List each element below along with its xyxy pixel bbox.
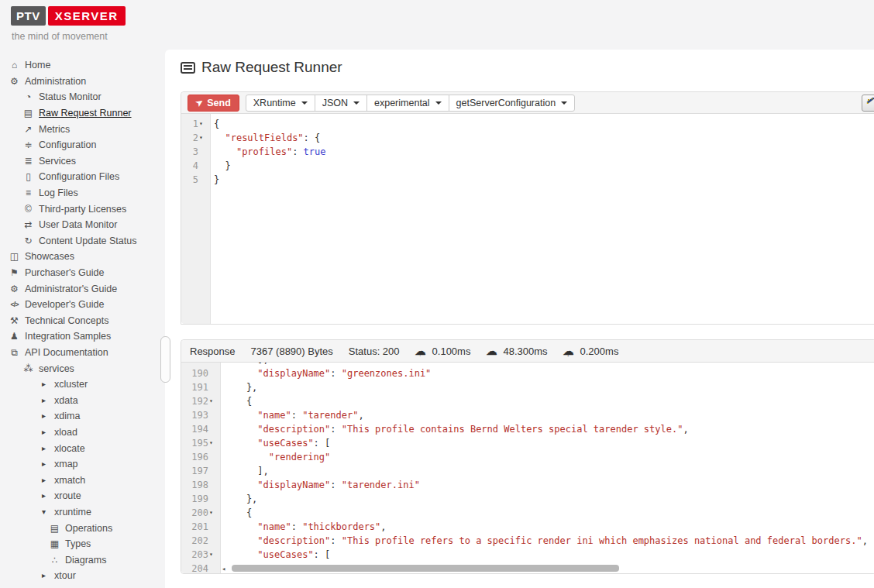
arrow-up-icon: ↑	[419, 349, 422, 360]
line-number: 202	[191, 534, 208, 548]
fold-toggle-icon[interactable]: ▾	[209, 506, 217, 520]
sidebar-item-home[interactable]: ⌂Home	[8, 57, 165, 74]
line-number: 200	[191, 506, 208, 520]
sidebar-item-xdata[interactable]: ▸xdata	[8, 392, 165, 408]
sidebar-item-label: Home	[25, 60, 50, 70]
sidebar-item-operations[interactable]: ▤Operations	[8, 520, 165, 536]
sidebar-item-xload[interactable]: ▸xload	[8, 425, 165, 441]
fold-toggle-icon[interactable]: ▾	[209, 548, 217, 562]
sidebar-item-configuration-files[interactable]: ▯Configuration Files	[8, 169, 165, 185]
code-text: "name": "thickborders",	[220, 520, 387, 534]
sidebar-item-developer-s-guide[interactable]: </>Developer's Guide	[8, 297, 165, 313]
sidebar-item-raw-request-runner[interactable]: ▤Raw Request Runner	[8, 105, 165, 122]
stat-value: 0.100ms	[432, 346, 471, 357]
book-icon: ⧉	[8, 348, 21, 357]
sidebar-item-xruntime[interactable]: ▾xruntime	[8, 504, 165, 521]
sidebar-item-administrator-s-guide[interactable]: ⚙Administrator's Guide	[8, 280, 165, 297]
gutter-cell: 202	[181, 534, 220, 548]
sidebar-collapse-handle[interactable]	[160, 336, 170, 383]
sidebar-item-log-files[interactable]: ≡Log Files	[8, 185, 165, 201]
sidebar-item-label: Configuration Files	[39, 171, 119, 182]
fold-toggle-icon[interactable]: ▾	[199, 131, 207, 145]
fold-toggle-icon[interactable]: ▾	[209, 394, 217, 408]
line-number: 199	[191, 492, 208, 506]
dropdown-label: XRuntime	[253, 98, 296, 108]
code-line: 196 "rendering"	[181, 450, 874, 464]
request-panel: ➤ Send XRuntimeJSONexperimentalgetServer…	[181, 91, 874, 325]
fold-toggle-icon[interactable]: ▾	[199, 117, 207, 131]
stat-cloud: ☁48.300ms	[486, 346, 547, 357]
sidebar-item-api-documentation[interactable]: ⧉API Documentation	[8, 345, 165, 361]
scroll-left-icon[interactable]: ◂	[222, 565, 225, 573]
code-text: "name": "tarender",	[220, 408, 364, 422]
dropdown-label: experimental	[374, 98, 430, 108]
wrench-icon: ⚒	[8, 316, 21, 325]
caret-right-icon: ▸	[37, 380, 50, 388]
sidebar-item-label: User Data Monitor	[39, 219, 117, 230]
line-number: 201	[191, 520, 208, 534]
sidebar-item-xlocate[interactable]: ▸xlocate	[8, 440, 165, 456]
sidebar-item-administration[interactable]: ⚙Administration	[8, 74, 165, 90]
sidebar-item-types[interactable]: ▦Types	[8, 536, 165, 552]
gutter-cell: 192▾	[181, 394, 220, 408]
logo: PTV XSERVER the mind of movement	[11, 6, 165, 42]
refresh-icon: ↻	[22, 236, 35, 246]
code-line: 191 },	[181, 380, 874, 394]
sidebar-item-label: Diagrams	[65, 555, 107, 566]
gutter-cell: 193	[181, 408, 220, 422]
sidebar-item-content-update-status[interactable]: ↻Content Update Status	[8, 233, 165, 249]
sidebar-item-label: services	[39, 363, 74, 374]
gutter-cell: 198	[181, 478, 220, 492]
sidebar-item-configuration[interactable]: ≑Configuration	[8, 137, 165, 153]
sidebar-item-xcluster[interactable]: ▸xcluster	[8, 377, 165, 393]
logo-tagline: the mind of movement	[12, 31, 165, 42]
sidebar-item-diagrams[interactable]: ∴Diagrams	[8, 552, 165, 568]
response-status: Status: 200	[349, 346, 400, 357]
gutter-cell: 191	[181, 380, 220, 394]
dropdown-json[interactable]: JSON	[315, 95, 367, 112]
code-line: 200▾ {	[181, 506, 874, 520]
gutter-cell: 199	[181, 492, 220, 506]
sidebar-item-status-monitor[interactable]: ◔Status Monitor	[8, 89, 165, 105]
main-content: Raw Request Runner ➤ Send XRuntimeJSONex…	[165, 50, 874, 588]
send-button[interactable]: ➤ Send	[188, 95, 239, 112]
dropdown-label: JSON	[322, 98, 348, 108]
sidebar-item-third-party-licenses[interactable]: ©Third-party Licenses	[8, 201, 165, 217]
sidebar-item-showcases[interactable]: ◫Showcases	[8, 249, 165, 265]
dropdown-xruntime[interactable]: XRuntime	[246, 95, 315, 112]
gutter-cell: 196	[181, 450, 220, 464]
sidebar-item-purchaser-s-guide[interactable]: ⚑Purchaser's Guide	[8, 265, 165, 281]
sidebar-item-services[interactable]: ≣Services	[8, 153, 165, 170]
paper-plane-icon: ➤	[194, 97, 205, 109]
gutter-cell: 195▾	[181, 436, 220, 450]
sidebar-item-xdima[interactable]: ▸xdima	[8, 408, 165, 425]
sidebar-item-integration-samples[interactable]: ♟Integration Samples	[8, 328, 165, 345]
dropdown-experimental[interactable]: experimental	[366, 95, 449, 112]
sidebar-item-xtour[interactable]: ▸xtour	[8, 568, 165, 584]
sidebar-item-xroute[interactable]: ▸xroute	[8, 488, 165, 504]
sidebar-item-metrics[interactable]: ↗Metrics	[8, 121, 165, 137]
sidebar-item-label: xdima	[54, 411, 80, 421]
cloud-upload-icon: ☁↑	[415, 346, 428, 357]
format-request-button[interactable]	[862, 95, 874, 112]
sidebar-item-label: Types	[65, 538, 91, 549]
gutter-cell: 201	[181, 520, 220, 534]
sidebar-item-services[interactable]: ⁂services	[8, 360, 165, 377]
sidebar-item-xmap[interactable]: ▸xmap	[8, 456, 165, 473]
line-number: 197	[191, 464, 208, 478]
code-line: 3 "profiles": true	[181, 145, 874, 159]
code-line: 5}	[181, 173, 874, 187]
sidebar-item-technical-concepts[interactable]: ⚒Technical Concepts	[8, 313, 165, 329]
request-editor[interactable]: 1▾{2▾ "resultFields": {3 "profiles": tru…	[181, 114, 874, 324]
th-icon: ▦	[48, 539, 61, 548]
scrollbar-thumb[interactable]	[232, 565, 619, 572]
sidebar-item-label: xload	[54, 427, 77, 438]
sidebar-item-user-data-monitor[interactable]: ⇄User Data Monitor	[8, 217, 165, 233]
dropdown-getserverconfiguration[interactable]: getServerConfiguration	[449, 95, 576, 112]
request-toolbar: ➤ Send XRuntimeJSONexperimentalgetServer…	[181, 92, 874, 114]
horizontal-scrollbar[interactable]: ◂	[222, 565, 871, 573]
fold-toggle-icon[interactable]: ▾	[209, 436, 217, 450]
gutter-cell: 1▾	[181, 117, 210, 131]
response-editor[interactable]: ],190 "displayName": "greenzones.ini"191…	[181, 363, 874, 573]
sidebar-item-xmatch[interactable]: ▸xmatch	[8, 472, 165, 488]
